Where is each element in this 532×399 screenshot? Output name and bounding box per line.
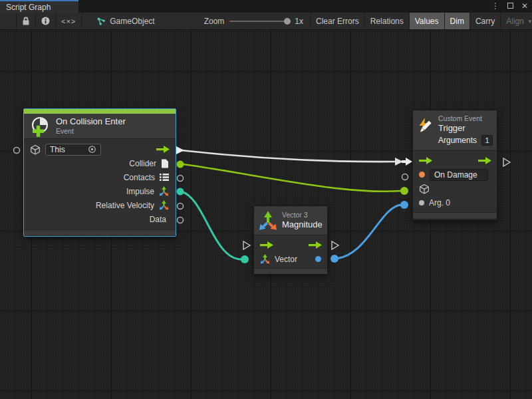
- magnitude-out-port[interactable]: [331, 255, 338, 263]
- code-view-label: <×>: [61, 17, 76, 25]
- trigger-arg0-port[interactable]: [400, 201, 408, 209]
- zoom-label: Zoom: [204, 17, 225, 26]
- control-output-arrow[interactable]: [478, 157, 491, 164]
- magnitude-output-port[interactable]: [315, 256, 321, 262]
- maximize-icon[interactable]: [505, 0, 515, 13]
- zoom-control: Zoom 1x: [182, 13, 311, 29]
- port-row-collider[interactable]: Collider: [24, 156, 176, 170]
- control-input-arrow[interactable]: [419, 157, 432, 164]
- target-field[interactable]: This: [45, 144, 101, 156]
- vector-control-out-port[interactable]: [332, 241, 338, 249]
- wire-control: [181, 150, 397, 162]
- cube-icon: [419, 184, 430, 194]
- clear-errors-button[interactable]: Clear Errors: [311, 13, 365, 29]
- align-button: Align ▼: [501, 13, 532, 29]
- control-in-port: [402, 158, 412, 166]
- more-menu-icon[interactable]: ⋮: [491, 0, 500, 13]
- event-name-field[interactable]: On Damage: [430, 169, 488, 181]
- zoom-slider[interactable]: [229, 18, 289, 25]
- gameobject-icon: [96, 17, 106, 26]
- control-input-arrow[interactable]: [260, 241, 273, 249]
- control-output-arrow[interactable]: [309, 241, 322, 249]
- lock-button[interactable]: [16, 13, 36, 29]
- on-collision-enter-icon: [29, 116, 51, 137]
- gameobject-breadcrumb[interactable]: GameObject: [90, 13, 161, 29]
- control-out-port: [176, 146, 184, 154]
- code-view-button[interactable]: <×>: [56, 13, 82, 29]
- vector3-icon: [260, 254, 270, 264]
- trigger-control-out-port[interactable]: [503, 158, 510, 166]
- vector-input-port[interactable]: [241, 255, 249, 263]
- port-row-arg0[interactable]: Arg. 0: [413, 196, 497, 209]
- node-surtitle: Custom Event: [438, 114, 493, 123]
- values-button[interactable]: Values: [410, 13, 445, 29]
- node-footer: [254, 268, 327, 274]
- wire-collider: [184, 164, 401, 192]
- vector3-icon: [159, 200, 169, 210]
- data-port[interactable]: [178, 217, 184, 223]
- wire-control-arrowhead: [395, 158, 403, 166]
- port-row-target[interactable]: [413, 182, 497, 196]
- string-port[interactable]: [419, 172, 425, 178]
- node-header[interactable]: Vector 3 Magnitude: [254, 206, 327, 235]
- event-accent-bar: [24, 109, 176, 114]
- chevron-down-icon: ▼: [527, 19, 532, 25]
- list-icon: [160, 173, 169, 182]
- vector-control-in-port[interactable]: [243, 241, 250, 249]
- tab-script-graph[interactable]: Script Graph: [0, 0, 78, 13]
- info-button[interactable]: [36, 13, 56, 29]
- port-row-control: [413, 154, 497, 168]
- zoom-value: 1x: [295, 17, 303, 26]
- arguments-label: Arguments: [438, 135, 477, 146]
- zoom-slider-handle[interactable]: [284, 18, 291, 25]
- close-icon[interactable]: ✕: [520, 0, 529, 13]
- port-row-relative-velocity[interactable]: Relative Velocity: [24, 198, 176, 212]
- gameobject-label: GameObject: [110, 17, 154, 26]
- port-row-vector[interactable]: Vector: [254, 252, 327, 266]
- node-footer: [24, 229, 176, 235]
- node-subtitle: Event: [56, 127, 126, 136]
- relative-velocity-port[interactable]: [178, 203, 184, 209]
- node-header[interactable]: Custom Event Trigger Arguments 1: [413, 110, 497, 151]
- node-surtitle: Vector 3: [282, 211, 323, 219]
- port-row-target: This: [24, 142, 176, 156]
- carry-button[interactable]: Carry: [470, 13, 501, 29]
- port-row-contacts[interactable]: Contacts: [24, 170, 176, 184]
- node-on-collision-enter[interactable]: On Collision Enter Event This: [23, 108, 176, 237]
- event-name-port[interactable]: [402, 174, 408, 180]
- impulse-port[interactable]: [177, 188, 184, 196]
- vector3-icon: [159, 186, 169, 196]
- trigger-target-port[interactable]: [400, 187, 408, 195]
- port-row-data[interactable]: Data: [24, 212, 176, 226]
- window-controls: ⋮ ✕: [491, 0, 529, 13]
- document-icon: [161, 159, 169, 168]
- port-row-control: [254, 238, 327, 252]
- graph-toolbar: <×> GameObject Zoom 1x Clear Errors Rela…: [0, 13, 532, 30]
- collider-port[interactable]: [177, 161, 184, 168]
- cube-icon: [30, 144, 41, 155]
- window-titlebar: Script Graph ⋮ ✕: [0, 0, 532, 13]
- wire-impulse: [181, 192, 241, 259]
- node-vector3-magnitude[interactable]: Vector 3 Magnitude: [253, 205, 328, 274]
- control-output-arrow[interactable]: [156, 146, 170, 153]
- port-row-event-name[interactable]: On Damage: [413, 168, 497, 182]
- node-footer: [413, 212, 497, 218]
- vector3-icon: [258, 210, 278, 231]
- lock-icon: [22, 17, 30, 25]
- relations-button[interactable]: Relations: [365, 13, 410, 29]
- graph-canvas[interactable]: On Collision Enter Event This: [0, 30, 532, 399]
- port-row-impulse[interactable]: Impulse: [24, 184, 176, 198]
- tab-title: Script Graph: [6, 3, 51, 12]
- node-title: Magnitude: [282, 219, 323, 230]
- dim-button[interactable]: Dim: [445, 13, 470, 29]
- event-input-port[interactable]: [14, 148, 20, 154]
- node-title: Trigger: [438, 123, 493, 134]
- script-graph-window: Script Graph ⋮ ✕ <×>: [0, 0, 532, 399]
- node-header[interactable]: On Collision Enter Event: [24, 114, 176, 139]
- arguments-field[interactable]: 1: [481, 135, 493, 146]
- value-port[interactable]: [419, 200, 424, 205]
- node-trigger-custom-event[interactable]: Custom Event Trigger Arguments 1: [412, 110, 497, 220]
- object-picker-icon[interactable]: [88, 145, 96, 154]
- contacts-port[interactable]: [178, 176, 184, 182]
- custom-event-icon: [417, 116, 433, 134]
